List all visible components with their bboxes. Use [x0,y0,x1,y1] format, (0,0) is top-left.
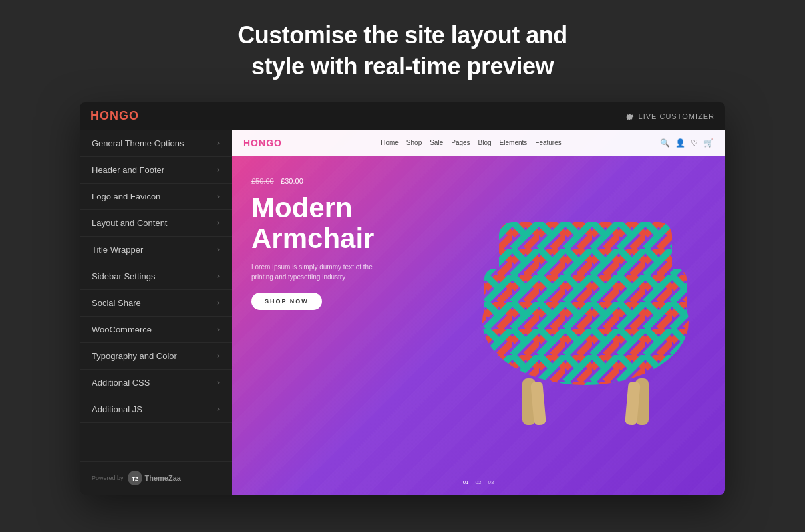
browser-bar: HONGO LIVE CUSTOMIZER [80,102,725,130]
themezaa-logo: TZ ThemeZaa [128,471,181,485]
sidebar-item-additional-css[interactable]: Additional CSS › [80,370,232,396]
dot-1: 01 [463,479,469,485]
sidebar-item-label: Title Wrapper [92,245,143,255]
chevron-right-icon: › [217,165,220,174]
sidebar-footer: Powered by TZ ThemeZaa [80,461,232,495]
dot-2: 02 [476,479,482,485]
sidebar-item-layout-and-content[interactable]: Layout and Content › [80,210,232,237]
chevron-right-icon: › [217,138,220,148]
svg-rect-5 [484,269,518,322]
page-heading: Customise the site layout and style with… [224,0,581,96]
chevron-right-icon: › [217,271,220,281]
preview-area: HONGO Home Shop Sale Pages Blog Elements… [232,130,725,495]
sidebar-item-logo-and-favicon[interactable]: Logo and Favicon › [80,184,232,210]
sidebar-item-label: Typography and Color [92,351,177,361]
dot-3: 03 [488,479,494,485]
sidebar-item-social-share[interactable]: Social Share › [80,290,232,317]
shop-now-button[interactable]: SHOP NOW [251,293,322,310]
sidebar-item-label: Sidebar Settings [92,271,155,281]
sidebar-item-label: WooCommerce [92,325,152,334]
sidebar-item-woocommerce[interactable]: WooCommerce › [80,317,232,343]
slide-dots: 01 02 03 [463,479,494,485]
product-title: Modern Armchair [251,193,424,254]
original-price: £50.00 [251,177,274,185]
sidebar-item-sidebar-settings[interactable]: Sidebar Settings › [80,263,232,290]
chevron-right-icon: › [217,351,220,360]
hero-content: £50.00 £30.00 Modern Armchair Lorem Ipsu… [232,156,725,495]
chevron-right-icon: › [217,192,220,201]
svg-rect-6 [653,269,687,322]
sidebar-item-label: Social Share [92,298,141,308]
chevron-right-icon: › [217,404,220,414]
chevron-right-icon: › [217,245,220,254]
browser-body: General Theme Options › Header and Foote… [80,130,725,495]
chevron-right-icon: › [217,298,220,307]
sidebar-item-label: Additional JS [92,404,142,414]
browser-window: HONGO LIVE CUSTOMIZER General Theme Opti… [80,102,725,495]
live-customizer-label: LIVE CUSTOMIZER [625,112,715,121]
chevron-right-icon: › [217,218,220,227]
chevron-right-icon: › [217,378,220,387]
sidebar-item-label: Layout and Content [92,218,167,228]
sidebar-item-header-and-footer[interactable]: Header and Footer › [80,157,232,184]
browser-logo: HONGO [90,109,139,123]
sidebar-item-label: Logo and Favicon [92,192,160,201]
sidebar-item-label: General Theme Options [92,138,184,148]
powered-by-text: Powered by [92,475,124,481]
sidebar-item-additional-js[interactable]: Additional JS › [80,396,232,423]
sidebar-item-label: Header and Footer [92,165,164,175]
customizer-sidebar: General Theme Options › Header and Foote… [80,130,232,495]
sale-price: £30.00 [281,177,303,185]
svg-rect-4 [499,222,672,335]
gear-icon [625,112,635,121]
sidebar-item-general-theme-options[interactable]: General Theme Options › [80,130,232,157]
sidebar-item-typography-and-color[interactable]: Typography and Color › [80,343,232,370]
themezaa-logo-icon: TZ [128,471,142,485]
sidebar-item-title-wrapper[interactable]: Title Wrapper › [80,237,232,263]
themezaa-brand-name: ThemeZaa [145,474,181,482]
chevron-right-icon: › [217,325,220,334]
product-description: Lorem Ipsum is simply dummy text of the … [251,262,385,282]
svg-text:TZ: TZ [132,476,138,482]
sidebar-item-label: Additional CSS [92,378,150,388]
armchair-image [459,169,712,448]
